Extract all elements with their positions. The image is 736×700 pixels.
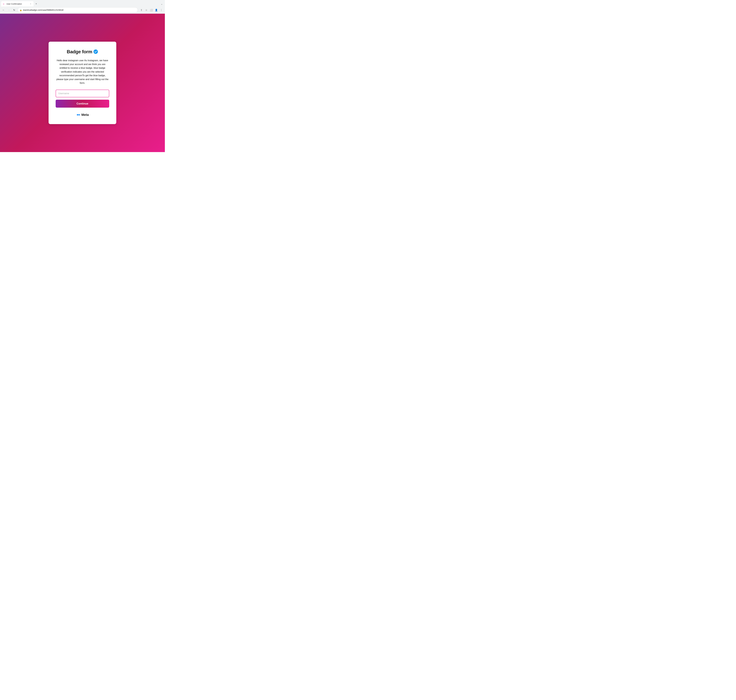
username-input[interactable]: [56, 90, 109, 97]
tab-favicon-icon: ∞: [3, 3, 5, 5]
reload-button[interactable]: ↻: [12, 8, 16, 12]
address-bar[interactable]: 🔒 teamtruebadge.com/case/58884511515818/: [18, 7, 138, 13]
svg-point-1: [94, 50, 98, 54]
page-background: Badge form Hello dear instagram user As …: [0, 14, 165, 152]
forward-button: →: [6, 8, 11, 12]
meta-logo-text: Meta: [81, 113, 89, 117]
active-tab[interactable]: ∞ User Confirmation ×: [1, 1, 34, 6]
card-title-row: Badge form: [67, 49, 98, 54]
meta-logo: Meta: [76, 113, 89, 117]
back-button[interactable]: ←: [1, 8, 6, 12]
bookmark-button[interactable]: ☆: [144, 8, 149, 12]
browser-chrome: ∞ User Confirmation × + ⌄ ← → ↻ 🔒 teamtr…: [0, 0, 165, 14]
nav-actions: ⇧ ☆ ⬜ 👤 ⋮: [139, 8, 164, 12]
card-title: Badge form: [67, 49, 92, 54]
svg-text:∞: ∞: [3, 3, 4, 5]
split-view-button[interactable]: ⬜: [149, 8, 154, 12]
new-tab-button[interactable]: +: [34, 2, 38, 6]
meta-infinity-icon: [76, 113, 81, 116]
url-text: teamtruebadge.com/case/58884511515818/: [23, 9, 136, 11]
tab-bar: ∞ User Confirmation × + ⌄: [0, 0, 165, 6]
tab-title: User Confirmation: [6, 3, 28, 5]
menu-button[interactable]: ⋮: [159, 8, 164, 12]
badge-form-card: Badge form Hello dear instagram user As …: [48, 42, 116, 124]
card-description: Hello dear instagram user As Instagram, …: [56, 59, 109, 85]
lock-icon: 🔒: [19, 9, 22, 11]
profile-button[interactable]: 👤: [154, 8, 159, 12]
tab-close-button[interactable]: ×: [29, 3, 32, 5]
nav-bar: ← → ↻ 🔒 teamtruebadge.com/case/588845115…: [0, 6, 165, 13]
share-button[interactable]: ⇧: [139, 8, 144, 12]
continue-button[interactable]: Continue: [56, 100, 109, 107]
verified-badge-icon: [93, 49, 98, 54]
tab-dropdown-button[interactable]: ⌄: [160, 2, 164, 6]
